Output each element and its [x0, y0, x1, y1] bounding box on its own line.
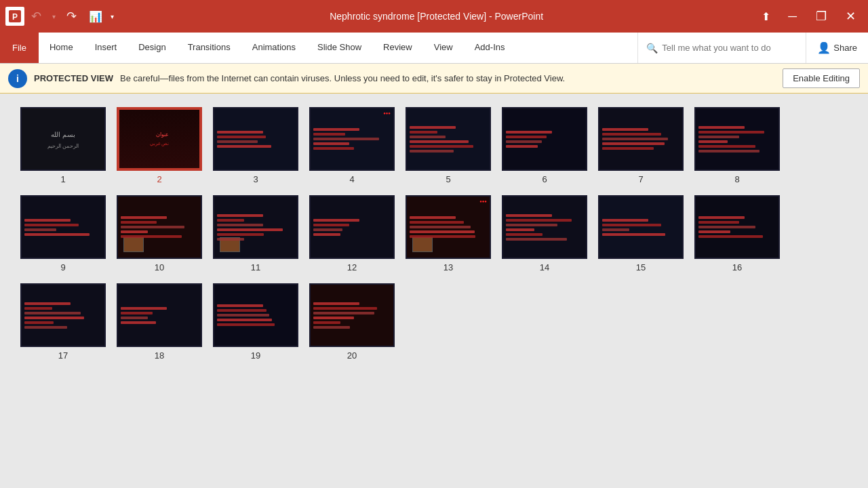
- slide-item-1[interactable]: بسم الله الرحمن الرحيم 1: [20, 107, 106, 184]
- share-button[interactable]: 👤 Share: [806, 33, 868, 63]
- protected-view-message: Be careful—files from the Internet can c…: [120, 73, 776, 83]
- slide-item-9[interactable]: 9: [20, 195, 106, 272]
- slide-grid: بسم الله الرحمن الرحيم 1 عنوان نص عربي 2…: [20, 107, 848, 361]
- slide-number-18: 18: [155, 350, 164, 361]
- title-bar-left: P ↶ ▾ ↷ 📊 ▾: [5, 6, 117, 26]
- slide-item-7[interactable]: 7: [598, 107, 684, 184]
- tab-transitions[interactable]: Transitions: [177, 33, 241, 63]
- ribbon-display-icon[interactable]: ⬆: [756, 9, 776, 24]
- slide-item-3[interactable]: 3: [213, 107, 298, 184]
- title-bar: P ↶ ▾ ↷ 📊 ▾ Nephrotic syndrome [Protecte…: [0, 0, 868, 33]
- minimize-button[interactable]: ─: [781, 8, 804, 25]
- tab-home[interactable]: Home: [39, 33, 84, 63]
- tab-add-ins[interactable]: Add-Ins: [464, 33, 516, 63]
- info-icon: i: [8, 69, 27, 88]
- quick-access-extra: 📊 ▾: [86, 9, 117, 24]
- restore-button[interactable]: ❐: [809, 7, 833, 25]
- slide-number-11: 11: [251, 262, 260, 272]
- slide-item-16[interactable]: 16: [694, 195, 780, 272]
- window-title: Nephrotic syndrome [Protected View] - Po…: [117, 11, 756, 22]
- slide-number-10: 10: [155, 262, 164, 272]
- protected-view-bar: i PROTECTED VIEW Be careful—files from t…: [0, 64, 868, 94]
- redo-button[interactable]: ↷: [62, 6, 81, 26]
- tab-slide-show[interactable]: Slide Show: [307, 33, 372, 63]
- present-icon[interactable]: 📊: [86, 9, 105, 24]
- ribbon-search[interactable]: 🔍: [637, 33, 806, 63]
- title-bar-right: ⬆ ─ ❐ ✕: [756, 7, 863, 25]
- tab-insert[interactable]: Insert: [84, 33, 128, 63]
- slide-item-11[interactable]: 11: [213, 195, 298, 272]
- enable-editing-button[interactable]: Enable Editing: [783, 68, 860, 88]
- tab-design[interactable]: Design: [127, 33, 176, 63]
- slide-item-6[interactable]: 6: [502, 107, 587, 184]
- slide-number-2: 2: [157, 174, 161, 184]
- slide-number-9: 9: [60, 262, 65, 272]
- search-icon: 🔍: [646, 43, 658, 54]
- slide-number-6: 6: [542, 174, 547, 184]
- undo-button[interactable]: ↶: [27, 6, 45, 26]
- share-label: Share: [833, 43, 857, 53]
- slide-number-5: 5: [446, 174, 450, 184]
- svg-text:P: P: [12, 12, 18, 22]
- slide-item-4[interactable]: ●●●4: [309, 107, 395, 184]
- slide-number-4: 4: [349, 174, 354, 184]
- slide-item-5[interactable]: 5: [406, 107, 491, 184]
- slide-number-13: 13: [443, 262, 453, 272]
- slide-item-19[interactable]: 19: [213, 283, 298, 361]
- slide-item-18[interactable]: 18: [117, 283, 202, 361]
- slide-item-15[interactable]: 15: [598, 195, 684, 272]
- slide-item-8[interactable]: 8: [694, 107, 780, 184]
- tab-view[interactable]: View: [423, 33, 464, 63]
- slide-number-16: 16: [732, 262, 742, 272]
- powerpoint-icon: P: [5, 7, 24, 26]
- customize-quick-access[interactable]: ▾: [108, 12, 117, 22]
- close-button[interactable]: ✕: [839, 7, 863, 25]
- slide-number-7: 7: [638, 174, 643, 184]
- slide-number-1: 1: [60, 174, 65, 184]
- slide-item-17[interactable]: 17: [20, 283, 106, 361]
- user-icon: 👤: [817, 41, 831, 54]
- slide-number-8: 8: [734, 174, 739, 184]
- undo-dropdown[interactable]: ▾: [48, 10, 60, 23]
- slide-item-2[interactable]: عنوان نص عربي 2: [117, 107, 202, 184]
- slide-item-20[interactable]: 20: [309, 283, 395, 361]
- slide-number-20: 20: [347, 350, 357, 361]
- slide-item-10[interactable]: 10: [117, 195, 202, 272]
- slide-sorter-view: بسم الله الرحمن الرحيم 1 عنوان نص عربي 2…: [0, 94, 868, 488]
- ribbon: File Home Insert Design Transitions Anim…: [0, 33, 868, 64]
- slide-item-12[interactable]: 12: [309, 195, 395, 272]
- slide-number-12: 12: [347, 262, 357, 272]
- slide-number-19: 19: [251, 350, 260, 361]
- slide-item-14[interactable]: 14: [502, 195, 587, 272]
- tab-review[interactable]: Review: [372, 33, 423, 63]
- slide-number-17: 17: [58, 350, 68, 361]
- tab-animations[interactable]: Animations: [241, 33, 307, 63]
- search-input[interactable]: [662, 43, 797, 53]
- tab-file[interactable]: File: [0, 33, 39, 63]
- slide-number-14: 14: [540, 262, 549, 272]
- slide-item-13[interactable]: ●●●13: [406, 195, 491, 272]
- protected-view-label: PROTECTED VIEW: [34, 73, 113, 83]
- slide-number-3: 3: [253, 174, 258, 184]
- slide-number-15: 15: [636, 262, 646, 272]
